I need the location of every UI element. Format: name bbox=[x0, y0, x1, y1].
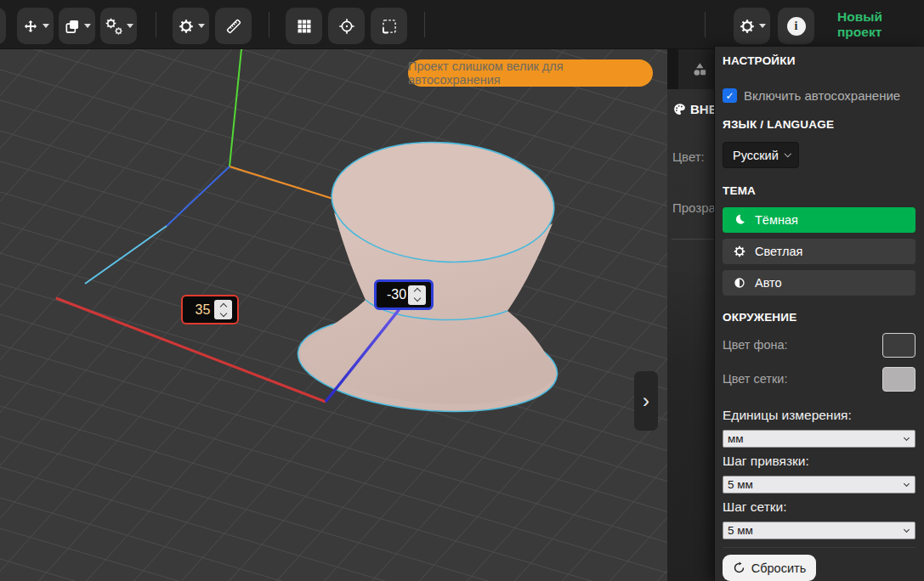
language-select[interactable]: Русский bbox=[723, 142, 799, 168]
theme-option-light[interactable]: Светлая bbox=[723, 239, 915, 264]
moon-icon bbox=[733, 213, 746, 227]
snap-step-label: Шаг привязки: bbox=[723, 454, 915, 469]
grid-color-row: Цвет сетки: bbox=[723, 366, 915, 392]
half-circle-icon bbox=[733, 276, 746, 290]
theme-option-dark[interactable]: Тёмная bbox=[723, 207, 915, 233]
chevron-down-icon bbox=[84, 24, 91, 28]
overflow-left-button[interactable] bbox=[0, 8, 6, 44]
sun-icon bbox=[733, 245, 746, 258]
grid-color-label: Цвет сетки: bbox=[723, 372, 787, 386]
theme-option-auto[interactable]: Авто bbox=[723, 270, 915, 296]
ruler-icon bbox=[225, 18, 242, 35]
model-hourglass-solid[interactable] bbox=[294, 135, 561, 421]
chevron-down-icon bbox=[904, 434, 910, 440]
language-selected-value: Русский bbox=[733, 149, 779, 162]
chevron-down-icon bbox=[784, 150, 791, 157]
units-select[interactable]: мм bbox=[723, 430, 915, 448]
modifiers-tool-button[interactable] bbox=[100, 8, 137, 44]
settings-title: НАСТРОЙКИ bbox=[723, 54, 915, 67]
palette-icon bbox=[672, 102, 687, 116]
autosave-label: Включить автосохранение bbox=[744, 88, 900, 103]
info-icon: i bbox=[787, 17, 806, 36]
duplicate-icon bbox=[64, 18, 81, 35]
toolbar-separator bbox=[269, 12, 269, 37]
grid-toggle-button[interactable] bbox=[286, 8, 322, 44]
settings-footer-divider bbox=[723, 547, 915, 548]
chevron-down-icon bbox=[127, 24, 133, 28]
autosave-warning-toast: Проект слишком велик для автосохранения bbox=[408, 59, 653, 87]
red-dimension-spinner[interactable] bbox=[214, 300, 232, 319]
application-window: i Новый проект bbox=[0, 0, 924, 581]
checkmark-icon: ✓ bbox=[725, 90, 734, 102]
panel-expand-handle[interactable]: › bbox=[634, 371, 658, 431]
chevron-down-icon bbox=[904, 526, 910, 532]
theme-options: Тёмная Светлая Авто bbox=[723, 207, 915, 296]
grid-step-selected-value: 5 мм bbox=[728, 524, 753, 537]
world-axes bbox=[85, 49, 388, 284]
spin-down-icon bbox=[219, 309, 226, 316]
snap-step-selected-value: 5 мм bbox=[728, 478, 753, 491]
chevron-down-icon bbox=[904, 480, 910, 486]
red-dimension-value: 35 bbox=[191, 302, 214, 318]
app-settings-button[interactable] bbox=[734, 8, 770, 44]
grid-color-swatch[interactable] bbox=[882, 367, 915, 392]
environment-section-title: ОКРУЖЕНИЕ bbox=[723, 311, 915, 324]
blue-dimension-value: -30 bbox=[385, 287, 408, 302]
chevron-down-icon bbox=[759, 24, 766, 28]
origin-toggle-button[interactable] bbox=[328, 8, 365, 44]
reset-button[interactable]: Сбросить bbox=[723, 555, 816, 581]
snap-step-select[interactable]: 5 мм bbox=[723, 476, 915, 494]
grid-step-label: Шаг сетки: bbox=[723, 499, 915, 515]
toolbar-separator bbox=[424, 12, 425, 37]
gears-icon bbox=[105, 17, 123, 36]
blue-dimension-input[interactable]: -30 bbox=[374, 279, 434, 310]
project-title[interactable]: Новый проект bbox=[837, 0, 924, 49]
move-icon bbox=[22, 18, 39, 35]
background-color-row: Цвет фона: bbox=[723, 332, 915, 358]
gear-icon bbox=[739, 18, 756, 35]
measure-tool-button[interactable] bbox=[215, 8, 252, 44]
language-section-title: ЯЗЫК / LANGUAGE bbox=[723, 118, 915, 131]
autosave-checkbox[interactable]: ✓ bbox=[723, 88, 737, 103]
toolbar-separator bbox=[705, 12, 706, 37]
units-selected-value: мм bbox=[728, 432, 744, 445]
tool-settings-button[interactable] bbox=[173, 8, 209, 44]
background-color-label: Цвет фона: bbox=[723, 338, 788, 352]
shapes-icon bbox=[691, 61, 708, 78]
frame-select-icon bbox=[381, 18, 398, 35]
autosave-checkbox-row[interactable]: ✓ Включить автосохранение bbox=[723, 88, 915, 103]
chevron-down-icon bbox=[43, 24, 49, 28]
blue-dimension-spinner[interactable] bbox=[408, 285, 426, 305]
units-label: Единицы измерения: bbox=[723, 408, 915, 423]
frame-select-button[interactable] bbox=[371, 8, 407, 44]
color-label: Цвет: bbox=[672, 149, 705, 164]
gear-icon bbox=[178, 18, 195, 35]
grid-step-select[interactable]: 5 мм bbox=[723, 522, 915, 539]
scene-canvas bbox=[0, 49, 667, 581]
move-tool-button[interactable] bbox=[17, 8, 54, 44]
refresh-icon bbox=[733, 561, 745, 574]
toolbar-separator bbox=[156, 12, 156, 37]
grid-icon bbox=[296, 18, 313, 35]
duplicate-tool-button[interactable] bbox=[59, 8, 95, 44]
top-toolbar: i Новый проект bbox=[0, 0, 924, 49]
background-color-swatch[interactable] bbox=[882, 333, 915, 358]
viewport-3d[interactable]: Проект слишком велик для автосохранения … bbox=[0, 49, 667, 581]
theme-section-title: ТЕМА bbox=[723, 184, 915, 197]
settings-panel: НАСТРОЙКИ ✓ Включить автосохранение ЯЗЫК… bbox=[714, 47, 924, 581]
spin-down-icon bbox=[413, 295, 420, 302]
red-dimension-input[interactable]: 35 bbox=[181, 295, 239, 324]
chevron-down-icon bbox=[198, 24, 205, 28]
target-icon bbox=[338, 18, 355, 35]
info-button[interactable]: i bbox=[778, 8, 814, 44]
